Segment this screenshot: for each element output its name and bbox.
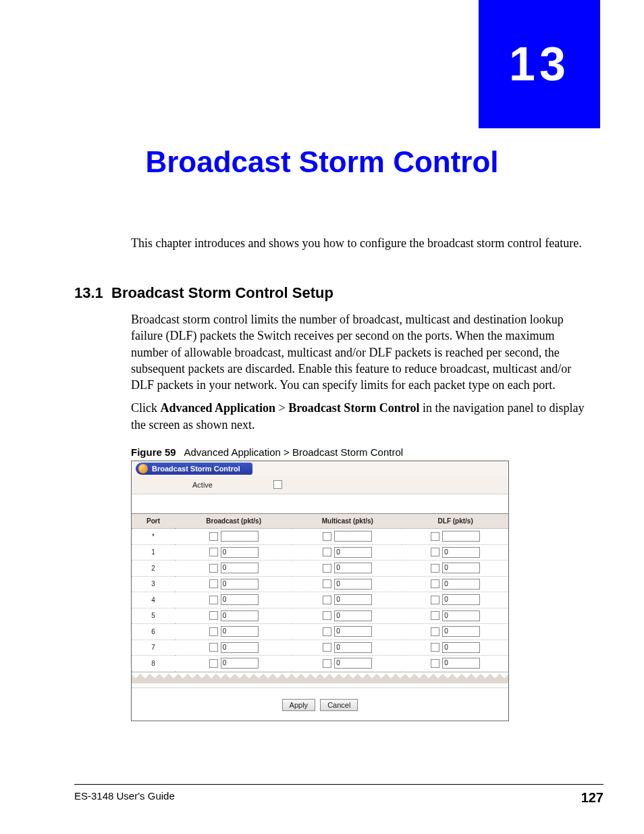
- chapter-number: 13: [509, 37, 570, 91]
- multicast-checkbox[interactable]: [323, 564, 331, 573]
- broadcast-input[interactable]: 0: [221, 626, 259, 637]
- dlf-cell: 0: [402, 656, 508, 672]
- ports-table: Port Broadcast (pkt/s) Multicast (pkt/s)…: [132, 514, 508, 672]
- multicast-checkbox[interactable]: [323, 611, 331, 620]
- broadcast-cell: 0: [175, 624, 292, 640]
- broadcast-checkbox[interactable]: [209, 579, 218, 588]
- dlf-checkbox[interactable]: [431, 532, 439, 541]
- broadcast-checkbox[interactable]: [209, 643, 218, 652]
- broadcast-input[interactable]: 0: [221, 658, 259, 669]
- broadcast-checkbox[interactable]: [209, 611, 218, 620]
- multicast-input[interactable]: 0: [334, 626, 372, 637]
- table-row: 2000: [132, 561, 508, 577]
- dlf-checkbox[interactable]: [431, 596, 439, 604]
- panel-spacer: [132, 494, 508, 514]
- multicast-input[interactable]: 0: [334, 547, 372, 558]
- multicast-input[interactable]: 0: [334, 579, 372, 590]
- table-row: 8000: [132, 656, 508, 672]
- dlf-input[interactable]: 0: [442, 547, 480, 558]
- dlf-checkbox[interactable]: [431, 643, 439, 652]
- dlf-checkbox[interactable]: [431, 564, 439, 573]
- multicast-cell: 0: [292, 608, 402, 624]
- dlf-input[interactable]: 0: [442, 594, 480, 605]
- multicast-checkbox[interactable]: [323, 659, 331, 668]
- broadcast-checkbox[interactable]: [209, 596, 218, 604]
- broadcast-checkbox[interactable]: [209, 532, 218, 541]
- section-title: Broadcast Storm Control Setup: [111, 284, 333, 301]
- apply-button[interactable]: Apply: [282, 699, 316, 711]
- broadcast-checkbox[interactable]: [209, 659, 218, 668]
- dlf-cell: 0: [402, 544, 508, 561]
- dlf-checkbox[interactable]: [431, 548, 439, 556]
- dlf-checkbox[interactable]: [431, 627, 439, 636]
- broadcast-checkbox[interactable]: [209, 627, 218, 636]
- figure-title: Advanced Application > Broadcast Storm C…: [184, 446, 403, 458]
- broadcast-cell: 0: [175, 561, 292, 577]
- button-row: Apply Cancel: [132, 692, 508, 721]
- broadcast-input[interactable]: 0: [221, 579, 259, 590]
- broadcast-input[interactable]: 0: [221, 594, 259, 605]
- banner-dot-icon: [138, 464, 148, 473]
- broadcast-checkbox[interactable]: [209, 548, 218, 556]
- dlf-checkbox[interactable]: [431, 611, 439, 620]
- section-paragraph-1: Broadcast storm control limits the numbe…: [131, 311, 587, 393]
- active-row: Active: [132, 476, 508, 494]
- table-row: 5000: [132, 608, 508, 624]
- screenshot-figure: Broadcast Storm Control Active Port Broa…: [131, 461, 509, 721]
- dlf-cell: 0: [402, 640, 508, 656]
- page-footer: ES-3148 User's Guide 127: [74, 784, 603, 806]
- port-cell: *: [132, 529, 175, 545]
- broadcast-input[interactable]: 0: [221, 610, 259, 621]
- cancel-button[interactable]: Cancel: [320, 699, 358, 711]
- broadcast-cell: 0: [175, 576, 292, 592]
- multicast-cell: 0: [292, 656, 402, 672]
- active-checkbox[interactable]: [273, 480, 282, 489]
- multicast-checkbox[interactable]: [323, 643, 331, 652]
- multicast-cell: 0: [292, 561, 402, 577]
- dlf-input[interactable]: 0: [442, 563, 480, 573]
- dlf-input[interactable]: 0: [442, 658, 480, 669]
- multicast-input[interactable]: 0: [334, 658, 372, 669]
- broadcast-cell: [175, 529, 292, 545]
- port-cell: 4: [132, 592, 175, 608]
- dlf-checkbox[interactable]: [431, 579, 439, 588]
- broadcast-checkbox[interactable]: [209, 564, 218, 573]
- broadcast-input[interactable]: 0: [221, 563, 259, 573]
- broadcast-input[interactable]: [221, 531, 259, 542]
- multicast-input[interactable]: 0: [334, 563, 372, 573]
- dlf-input[interactable]: 0: [442, 626, 480, 637]
- section-heading: 13.1 Broadcast Storm Control Setup: [74, 284, 587, 302]
- dlf-checkbox[interactable]: [431, 659, 439, 668]
- multicast-checkbox[interactable]: [323, 532, 331, 541]
- multicast-input[interactable]: 0: [334, 610, 372, 621]
- port-cell: 6: [132, 624, 175, 640]
- chapter-number-box: 13: [479, 0, 600, 128]
- multicast-checkbox[interactable]: [323, 596, 331, 604]
- broadcast-input[interactable]: 0: [221, 642, 259, 653]
- table-row: 6000: [132, 624, 508, 640]
- multicast-cell: 0: [292, 544, 402, 561]
- multicast-cell: 0: [292, 640, 402, 656]
- multicast-cell: 0: [292, 624, 402, 640]
- broadcast-input[interactable]: 0: [221, 547, 259, 558]
- multicast-input[interactable]: [334, 531, 372, 542]
- dlf-cell: 0: [402, 608, 508, 624]
- multicast-input[interactable]: 0: [334, 642, 372, 653]
- dotted-rule: [132, 687, 508, 688]
- multicast-checkbox[interactable]: [323, 548, 331, 556]
- dlf-input[interactable]: 0: [442, 579, 480, 590]
- chapter-title: Broadcast Storm Control: [0, 145, 644, 179]
- figure-caption: Figure 59 Advanced Application > Broadca…: [131, 446, 587, 458]
- multicast-checkbox[interactable]: [323, 579, 331, 588]
- broadcast-cell: 0: [175, 544, 292, 561]
- dlf-input[interactable]: [442, 531, 480, 542]
- broadcast-cell: 0: [175, 656, 292, 672]
- multicast-input[interactable]: 0: [334, 594, 372, 605]
- table-row: 7000: [132, 640, 508, 656]
- dlf-input[interactable]: 0: [442, 642, 480, 653]
- multicast-cell: [292, 529, 402, 545]
- table-row: *: [132, 529, 508, 545]
- dlf-input[interactable]: 0: [442, 610, 480, 621]
- multicast-checkbox[interactable]: [323, 627, 331, 636]
- footer-guide-name: ES-3148 User's Guide: [74, 790, 175, 806]
